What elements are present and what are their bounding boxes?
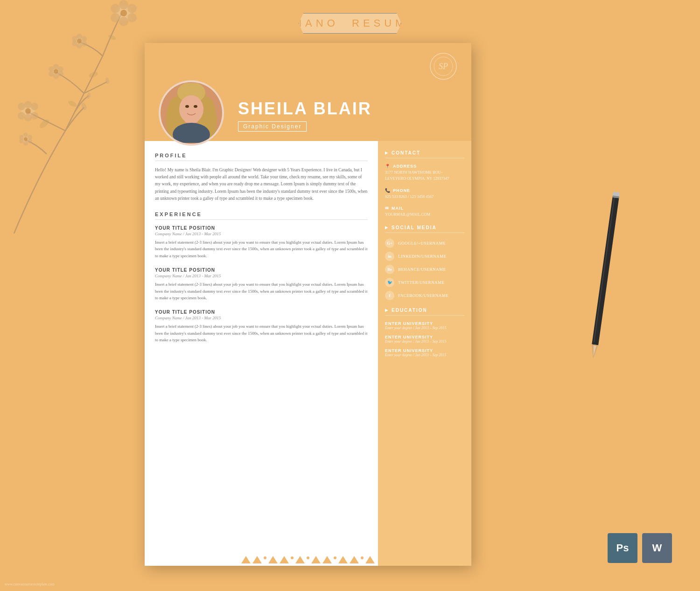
svg-point-35	[28, 139, 32, 143]
contact-address-value: 3177 NORTH HAWTHOME BOU-LEVEYERO OLYMPIA…	[385, 169, 464, 182]
triangle-4	[280, 556, 289, 563]
svg-point-7	[120, 10, 127, 16]
svg-point-42	[105, 77, 110, 84]
svg-rect-62	[592, 197, 619, 345]
header-text-block: SHEILA BLAIR Graphic Designer	[238, 99, 381, 132]
candidate-name: SHEILA BLAIR	[238, 99, 372, 119]
experience-item-1: YOUR TITLE POSITION Company Name / Jan 2…	[155, 225, 368, 259]
contact-address: 📍 ADDRESS 3177 NORTH HAWTHOME BOU-LEVEYE…	[385, 164, 464, 182]
brand-name: UMANO RESUME	[282, 17, 418, 29]
svg-point-45	[88, 71, 98, 78]
svg-point-56	[194, 105, 197, 108]
svg-point-30	[72, 36, 77, 42]
edu-name-3: ENTER UNIVERSITY	[385, 348, 464, 353]
exp-company-3: Company Name / Jan 2013 - Mar 2015	[155, 316, 368, 320]
profile-section-title: PROFILE	[155, 153, 368, 161]
svg-point-36	[23, 141, 28, 146]
exp-desc-1: Insert a brief statement (2-3 lines) abo…	[155, 239, 368, 259]
exp-company-2: Company Name / Jan 2013 - Mar 2015	[155, 274, 368, 278]
experience-section: EXPERIENCE YOUR TITLE POSITION Company N…	[155, 211, 368, 344]
profile-text: Hello! My name is Sheila Blair. I'm Grap…	[155, 167, 368, 202]
svg-point-10	[31, 103, 38, 110]
triangle-3	[268, 556, 278, 563]
svg-point-2	[127, 4, 137, 13]
social-facebook-label: FACEBOOK/USERNAME	[398, 293, 448, 298]
twitter-icon: 🐦	[385, 278, 394, 287]
contact-mail-value: YOURMAIL@MAIL.COM	[385, 211, 464, 218]
brand-banner: UMANO RESUME	[299, 13, 401, 34]
contact-mail-label: ✉ MAIL	[385, 206, 464, 211]
page-header: UMANO RESUME	[299, 13, 401, 34]
social-behance: Be BEHANCE/USERNAME	[385, 265, 464, 274]
social-section: SOCIAL MEDIA G+ GOOGLE/+USERNAME in LINK…	[385, 225, 464, 300]
exp-desc-3: Insert a brief statement (2-3 lines) abo…	[155, 323, 368, 343]
contact-section: CONTACT 📍 ADDRESS 3177 NORTH HAWTHOME BO…	[385, 150, 464, 218]
linkedin-icon: in	[385, 252, 394, 261]
social-facebook: f FACEBOOK/USERNAME	[385, 291, 464, 300]
location-icon: 📍	[385, 164, 391, 169]
resume-header: SHEILA BLAIR Graphic Designer SP	[145, 43, 471, 141]
contact-address-label: 📍 ADDRESS	[385, 164, 464, 169]
exp-desc-2: Insert a brief statement (2-3 lines) abo…	[155, 281, 368, 301]
contact-phone: 📞 PHONE 925 533 8263 / 123 3458 4567	[385, 188, 464, 200]
mail-icon: ✉	[385, 206, 389, 211]
social-twitter-label: TWITTER/USERNAME	[398, 280, 445, 285]
dot-3	[307, 556, 309, 559]
right-column: CONTACT 📍 ADDRESS 3177 NORTH HAWTHOME BO…	[378, 141, 471, 566]
contact-phone-value: 925 533 8263 / 123 3458 4567	[385, 194, 464, 200]
triangle-5	[295, 556, 305, 563]
profile-photo-wrap	[159, 80, 224, 146]
svg-point-22	[49, 66, 54, 72]
left-column: PROFILE Hello! My name is Sheila Blair. …	[145, 141, 378, 566]
edu-name-2: ENTER UNIVERSITY	[385, 335, 464, 339]
edu-item-3: ENTER UNIVERSITY Enter your degree / Jan…	[385, 348, 464, 357]
dot-2	[291, 556, 294, 559]
dot-5	[361, 556, 364, 559]
edu-detail-1: Enter your degree / Jan 2013 – Sep 2015	[385, 326, 464, 330]
svg-text:SP: SP	[439, 62, 448, 71]
triangle-8	[338, 556, 348, 563]
triangle-7	[322, 556, 332, 563]
svg-point-39	[24, 137, 28, 141]
svg-point-55	[185, 105, 189, 108]
triangle-1	[241, 556, 251, 563]
svg-point-38	[19, 135, 24, 140]
exp-title-3: YOUR TITLE POSITION	[155, 310, 368, 315]
svg-point-54	[179, 95, 203, 123]
social-section-title: SOCIAL MEDIA	[385, 225, 464, 233]
floral-decoration	[0, 0, 149, 243]
education-section: EDUCATION ENTER UNIVERSITY Enter your de…	[385, 308, 464, 357]
bottom-decoration	[145, 552, 471, 566]
app-icons-group: Ps W	[608, 533, 672, 563]
svg-point-13	[18, 112, 25, 120]
exp-company-1: Company Name / Jan 2013 - Mar 2015	[155, 232, 368, 236]
edu-detail-3: Enter your degree / Jan 2013 – Sep 2015	[385, 353, 464, 357]
photoshop-icon: Ps	[608, 533, 637, 563]
triangle-10	[365, 556, 375, 563]
edu-item-2: ENTER UNIVERSITY Enter your degree / Jan…	[385, 335, 464, 344]
svg-point-9	[24, 101, 32, 108]
contact-phone-label: 📞 PHONE	[385, 188, 464, 193]
triangle-6	[311, 556, 321, 563]
contact-mail: ✉ MAIL YOURMAIL@MAIL.COM	[385, 206, 464, 218]
social-linkedin-label: LINKEDIN/USERNAME	[398, 254, 447, 259]
svg-point-5	[111, 13, 120, 22]
svg-point-4	[119, 17, 128, 26]
triangle-9	[350, 556, 359, 563]
resume-body: PROFILE Hello! My name is Sheila Blair. …	[145, 141, 471, 566]
svg-point-41	[86, 92, 91, 99]
social-linkedin: in LINKEDIN/USERNAME	[385, 252, 464, 261]
edu-name-1: ENTER UNIVERSITY	[385, 321, 464, 326]
svg-point-15	[25, 108, 31, 114]
profile-section: PROFILE Hello! My name is Sheila Blair. …	[155, 153, 368, 202]
header-logo-icon: SP	[429, 52, 457, 80]
word-icon: W	[642, 533, 672, 563]
social-twitter: 🐦 TWITTER/USERNAME	[385, 278, 464, 287]
social-behance-label: BEHANCE/USERNAME	[398, 267, 446, 272]
svg-point-11	[31, 112, 38, 120]
svg-point-1	[119, 0, 128, 9]
google-icon: G+	[385, 239, 394, 248]
svg-point-44	[67, 99, 77, 108]
edu-detail-2: Enter your degree / Jan 2013 – Sep 2015	[385, 339, 464, 344]
contact-section-title: CONTACT	[385, 150, 464, 158]
